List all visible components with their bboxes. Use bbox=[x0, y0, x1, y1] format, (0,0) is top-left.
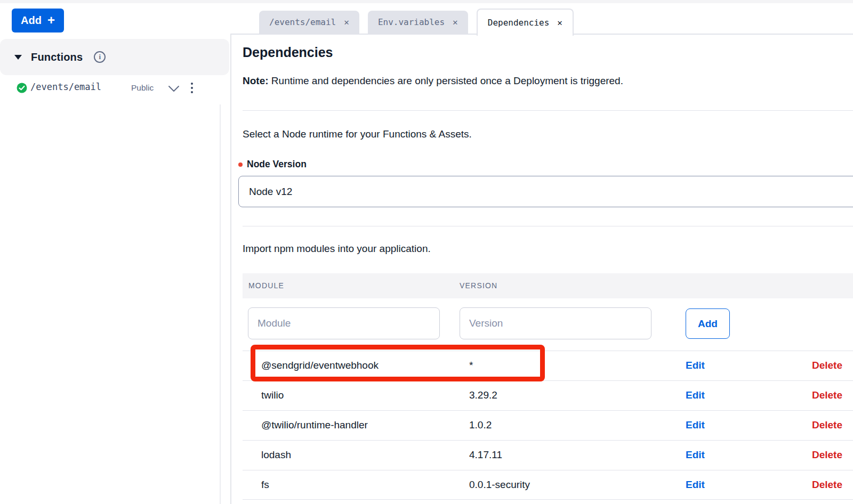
close-icon[interactable]: ✕ bbox=[557, 18, 562, 28]
module-cell: @sendgrid/eventwebhook bbox=[261, 360, 379, 371]
add-function-button[interactable]: Add + bbox=[12, 9, 64, 32]
add-dependency-button[interactable]: Add bbox=[686, 308, 730, 339]
version-cell: 3.29.2 bbox=[469, 389, 497, 401]
delete-link[interactable]: Delete bbox=[812, 479, 842, 491]
version-cell: * bbox=[469, 360, 473, 371]
column-header-module: MODULE bbox=[248, 281, 284, 290]
node-version-label: Node Version bbox=[238, 159, 307, 170]
module-cell: fs bbox=[261, 479, 269, 491]
chevron-down-icon[interactable] bbox=[168, 85, 180, 92]
function-path[interactable]: /events/email bbox=[30, 82, 101, 92]
close-icon[interactable]: ✕ bbox=[453, 17, 458, 27]
table-row: lodash 4.17.11 Edit Delete bbox=[243, 440, 853, 470]
import-description: Import npm modules into your application… bbox=[243, 243, 431, 255]
version-cell: 0.0.1-security bbox=[469, 479, 530, 491]
editor-tab-bar: /events/email ✕ Env.variables ✕ Dependen… bbox=[259, 0, 574, 35]
note-text: Note: Runtime and dependencies are only … bbox=[243, 75, 623, 87]
table-row: @twilio/runtime-handler 1.0.2 Edit Delet… bbox=[243, 410, 853, 440]
node-version-value: Node v12 bbox=[249, 186, 292, 198]
table-row: @sendgrid/eventwebhook * Edit Delete bbox=[243, 351, 853, 380]
version-cell: 4.17.11 bbox=[469, 449, 502, 461]
edit-link[interactable]: Edit bbox=[686, 419, 705, 431]
module-input[interactable] bbox=[248, 307, 440, 339]
sidebar-divider bbox=[220, 104, 221, 504]
function-visibility[interactable]: Public bbox=[131, 83, 154, 93]
edit-link[interactable]: Edit bbox=[686, 479, 705, 491]
module-cell: lodash bbox=[261, 449, 291, 461]
function-list-item[interactable]: /events/email Public bbox=[0, 78, 220, 99]
table-header: MODULE VERSION bbox=[243, 273, 853, 298]
note-label: Note: bbox=[243, 75, 269, 86]
edit-link[interactable]: Edit bbox=[686, 449, 705, 461]
tab-env-variables[interactable]: Env.variables ✕ bbox=[368, 11, 468, 34]
close-icon[interactable]: ✕ bbox=[344, 17, 349, 27]
functions-section-label: Functions bbox=[31, 51, 83, 63]
table-row: fs 0.0.1-security Edit Delete bbox=[243, 470, 853, 500]
dependency-rows: @sendgrid/eventwebhook * Edit Delete twi… bbox=[243, 351, 853, 500]
version-cell: 1.0.2 bbox=[469, 419, 492, 431]
delete-link[interactable]: Delete bbox=[812, 449, 842, 461]
module-cell: @twilio/runtime-handler bbox=[261, 419, 368, 431]
runtime-description: Select a Node runtime for your Functions… bbox=[243, 128, 472, 140]
info-icon[interactable]: i bbox=[94, 51, 106, 63]
divider bbox=[243, 226, 853, 226]
delete-link[interactable]: Delete bbox=[812, 389, 842, 401]
plus-icon: + bbox=[47, 14, 55, 27]
dependencies-panel: Dependencies Note: Runtime and dependenc… bbox=[230, 34, 853, 504]
divider bbox=[243, 110, 853, 111]
add-dependency-row: Add bbox=[243, 298, 853, 351]
edit-link[interactable]: Edit bbox=[686, 360, 705, 371]
delete-link[interactable]: Delete bbox=[812, 419, 842, 431]
kebab-menu-icon[interactable] bbox=[189, 81, 195, 95]
check-circle-icon bbox=[17, 83, 27, 93]
tab-label: /events/email bbox=[269, 17, 336, 27]
module-cell: twilio bbox=[261, 389, 284, 401]
page-title: Dependencies bbox=[243, 45, 333, 60]
tab-events-email[interactable]: /events/email ✕ bbox=[259, 11, 359, 34]
functions-section-header[interactable]: Functions i bbox=[0, 39, 229, 75]
dependencies-table: MODULE VERSION Add @sendgrid/eventwebhoo… bbox=[243, 273, 853, 500]
column-header-version: VERSION bbox=[460, 281, 497, 290]
edit-link[interactable]: Edit bbox=[686, 389, 705, 401]
required-dot-icon bbox=[238, 162, 243, 167]
delete-link[interactable]: Delete bbox=[812, 360, 842, 371]
table-row: twilio 3.29.2 Edit Delete bbox=[243, 380, 853, 410]
node-version-select[interactable]: Node v12 bbox=[238, 176, 853, 207]
tab-dependencies[interactable]: Dependencies ✕ bbox=[477, 9, 574, 36]
add-button-label: Add bbox=[21, 14, 42, 27]
tab-label: Env.variables bbox=[378, 17, 445, 27]
caret-down-icon[interactable] bbox=[14, 55, 22, 60]
version-input[interactable] bbox=[460, 307, 651, 339]
tab-label: Dependencies bbox=[488, 18, 550, 28]
